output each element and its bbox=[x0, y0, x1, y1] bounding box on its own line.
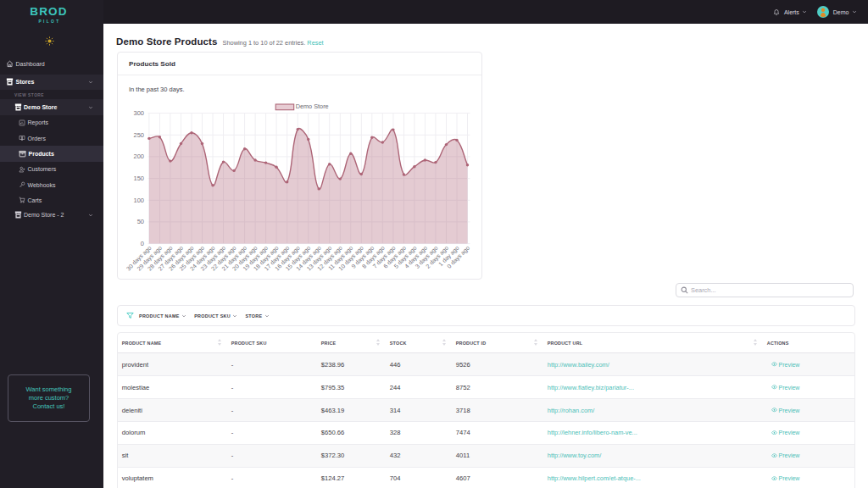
svg-text:250: 250 bbox=[133, 131, 144, 139]
svg-text:150: 150 bbox=[133, 175, 144, 182]
svg-text:Demo Store: Demo Store bbox=[296, 103, 329, 110]
svg-text:100: 100 bbox=[133, 197, 144, 204]
svg-text:50: 50 bbox=[137, 218, 144, 225]
svg-text:200: 200 bbox=[133, 152, 144, 160]
svg-text:300: 300 bbox=[133, 109, 144, 117]
svg-text:0: 0 bbox=[141, 240, 144, 247]
